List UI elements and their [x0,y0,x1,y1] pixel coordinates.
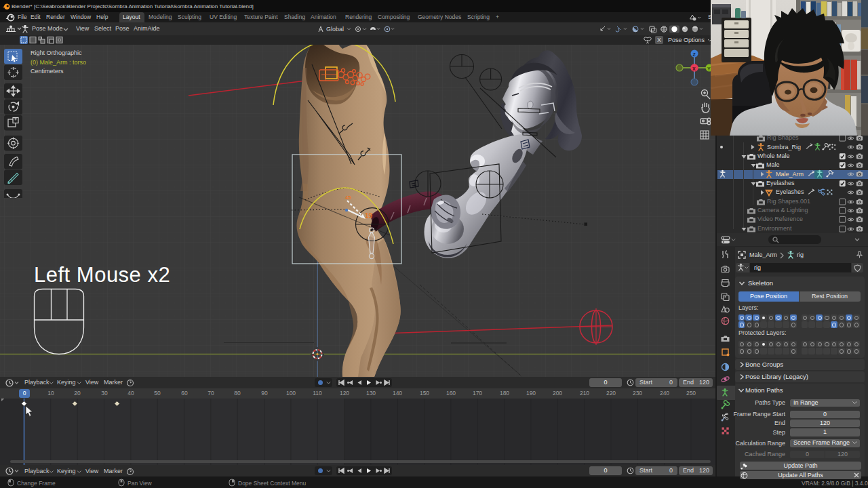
svg-text:Global: Global [326,26,344,33]
svg-text:Z: Z [693,52,696,57]
svg-text:45: 45 [345,195,351,201]
svg-text:X: X [692,66,696,71]
svg-text:19: 19 [365,212,373,220]
